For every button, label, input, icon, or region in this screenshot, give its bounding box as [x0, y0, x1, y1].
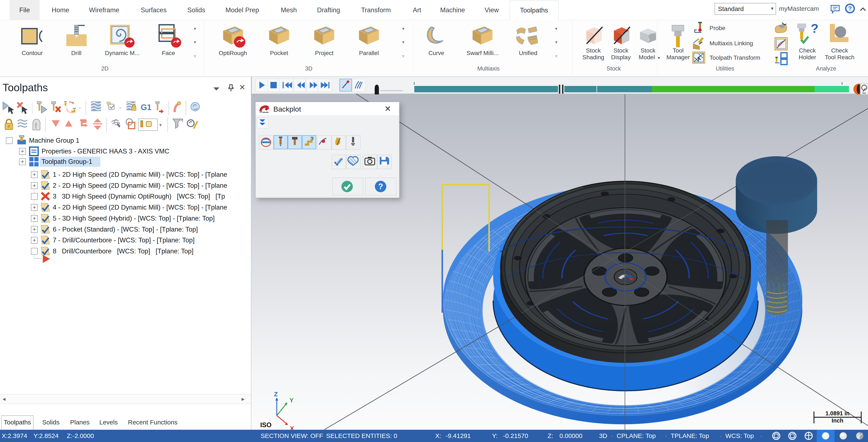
svg-text:Y: Y	[289, 397, 293, 404]
svg-text:Z: Z	[274, 391, 278, 398]
svg-text:ISO: ISO	[260, 421, 272, 429]
svg-text:Inch: Inch	[832, 417, 843, 424]
svg-text:1.0891 in: 1.0891 in	[826, 410, 849, 417]
svg-text:?: ?	[378, 182, 383, 191]
svg-text:?: ?	[811, 23, 818, 36]
svg-text:?: ?	[848, 5, 852, 12]
svg-text:X: X	[290, 425, 294, 430]
